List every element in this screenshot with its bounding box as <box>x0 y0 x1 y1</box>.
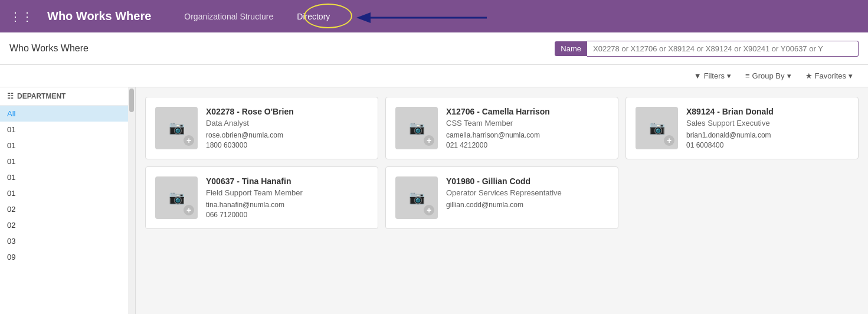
camera-icon: 📷 <box>169 120 185 136</box>
sidebar-item-0[interactable]: All <box>0 106 135 122</box>
search-input[interactable] <box>587 41 859 57</box>
card-email-X89124: brian1.donald@numla.com <box>686 131 849 139</box>
card-avatar-X89124: 📷 + <box>636 107 678 149</box>
favorites-chevron: ▾ <box>849 71 853 80</box>
sidebar-item-5[interactable]: 01 <box>0 185 135 201</box>
filters-chevron: ▾ <box>727 71 731 80</box>
camera-icon: 📷 <box>649 120 665 136</box>
card-avatar-Y01980: 📷 + <box>395 176 438 219</box>
camera-icon: 📷 <box>169 190 185 205</box>
card-info-X89124: X89124 - Brian Donald Sales Support Exec… <box>686 107 849 149</box>
groupby-icon: ≡ <box>745 71 750 80</box>
card-title-X12706: CSS Team Member <box>446 119 608 127</box>
card-email-X02278: rose.obrien@numla.com <box>206 131 368 139</box>
favorites-icon: ★ <box>805 71 813 80</box>
card-name-X89124: X89124 - Brian Donald <box>686 107 849 116</box>
card-info-Y01980: Y01980 - Gillian Codd Operator Services … <box>446 176 608 211</box>
sidebar-header: ☷ DEPARTMENT <box>0 87 135 106</box>
department-icon: ☷ <box>7 92 14 100</box>
favorites-button[interactable]: ★ Favorites ▾ <box>800 69 859 83</box>
card-phone-X12706: 021 4212000 <box>446 141 608 149</box>
sidebar-header-label: DEPARTMENT <box>17 92 65 100</box>
sidebar-item-9[interactable]: 09 <box>0 249 135 265</box>
card-email-X12706: camella.harrison@numla.com <box>446 131 608 139</box>
add-photo-badge[interactable]: + <box>184 205 194 215</box>
main-content: ☷ DEPARTMENT All010101010102020309 📷 + X… <box>0 87 868 314</box>
cards-area: 📷 + X02278 - Rose O'Brien Data Analyst r… <box>136 87 868 314</box>
filter-icon: ▼ <box>694 71 702 80</box>
camera-icon: 📷 <box>409 120 425 136</box>
card-phone-X89124: 01 6008400 <box>686 141 849 149</box>
card-info-X12706: X12706 - Camella Harrison CSS Team Membe… <box>446 107 608 149</box>
camera-icon: 📷 <box>409 190 425 205</box>
sidebar-items-container: All010101010102020309 <box>0 106 135 265</box>
page-title: Who Works Where <box>9 43 89 54</box>
card-info-X02278: X02278 - Rose O'Brien Data Analyst rose.… <box>206 107 368 149</box>
sidebar-item-8[interactable]: 03 <box>0 233 135 249</box>
card-X12706[interactable]: 📷 + X12706 - Camella Harrison CSS Team M… <box>385 97 618 159</box>
card-title-Y01980: Operator Services Representative <box>446 188 608 197</box>
card-Y01980[interactable]: 📷 + Y01980 - Gillian Codd Operator Servi… <box>385 166 618 229</box>
filters-button[interactable]: ▼ Filters ▾ <box>688 69 737 83</box>
card-X89124[interactable]: 📷 + X89124 - Brian Donald Sales Support … <box>625 97 859 159</box>
filter-bar: ▼ Filters ▾ ≡ Group By ▾ ★ Favorites ▾ <box>0 65 868 87</box>
card-X02278[interactable]: 📷 + X02278 - Rose O'Brien Data Analyst r… <box>145 97 378 159</box>
groupby-chevron: ▾ <box>787 71 791 80</box>
card-avatar-X02278: 📷 + <box>155 107 198 149</box>
sidebar-item-6[interactable]: 02 <box>0 201 135 217</box>
card-avatar-X12706: 📷 + <box>395 107 438 149</box>
groupby-button[interactable]: ≡ Group By ▾ <box>739 69 797 83</box>
card-Y00637[interactable]: 📷 + Y00637 - Tina Hanafin Field Support … <box>145 166 378 229</box>
filters-label: Filters <box>704 71 725 80</box>
card-title-X02278: Data Analyst <box>206 119 368 127</box>
arrow-annotation <box>354 8 490 27</box>
grid-icon[interactable]: ⋮⋮ <box>9 9 33 24</box>
cards-grid: 📷 + X02278 - Rose O'Brien Data Analyst r… <box>145 97 859 229</box>
app-title: Who Works Where <box>47 9 151 23</box>
card-email-Y01980: gillian.codd@numla.com <box>446 201 608 209</box>
card-phone-X02278: 1800 603000 <box>206 141 368 149</box>
card-name-Y00637: Y00637 - Tina Hanafin <box>206 176 368 186</box>
secondary-bar: Who Works Where Name <box>0 32 868 65</box>
scrollbar-track[interactable] <box>128 87 135 314</box>
sidebar: ☷ DEPARTMENT All010101010102020309 <box>0 87 136 314</box>
top-navigation: ⋮⋮ Who Works Where Organizational Struct… <box>0 0 868 32</box>
sidebar-item-2[interactable]: 01 <box>0 138 135 153</box>
nav-link-directory[interactable]: Directory <box>292 9 335 24</box>
sidebar-item-7[interactable]: 02 <box>0 217 135 233</box>
card-email-Y00637: tina.hanafin@numla.com <box>206 201 368 209</box>
scrollbar-thumb[interactable] <box>129 89 134 112</box>
add-photo-badge[interactable]: + <box>184 135 194 146</box>
card-name-X12706: X12706 - Camella Harrison <box>446 107 608 116</box>
sidebar-item-1[interactable]: 01 <box>0 122 135 138</box>
sidebar-item-4[interactable]: 01 <box>0 169 135 185</box>
card-name-X02278: X02278 - Rose O'Brien <box>206 107 368 116</box>
card-phone-Y00637: 066 7120000 <box>206 211 368 219</box>
card-name-Y01980: Y01980 - Gillian Codd <box>446 176 608 186</box>
card-title-Y00637: Field Support Team Member <box>206 188 368 197</box>
add-photo-badge[interactable]: + <box>424 205 434 215</box>
add-photo-badge[interactable]: + <box>424 135 434 146</box>
search-area: Name <box>555 41 859 57</box>
card-title-X89124: Sales Support Executive <box>686 119 849 127</box>
groupby-label: Group By <box>752 71 785 80</box>
favorites-label: Favorites <box>815 71 846 80</box>
card-avatar-Y00637: 📷 + <box>155 176 198 219</box>
card-info-Y00637: Y00637 - Tina Hanafin Field Support Team… <box>206 176 368 219</box>
nav-link-org-structure[interactable]: Organizational Structure <box>179 9 278 24</box>
sidebar-item-3[interactable]: 01 <box>0 153 135 169</box>
search-label: Name <box>555 41 587 56</box>
add-photo-badge[interactable]: + <box>664 135 674 146</box>
